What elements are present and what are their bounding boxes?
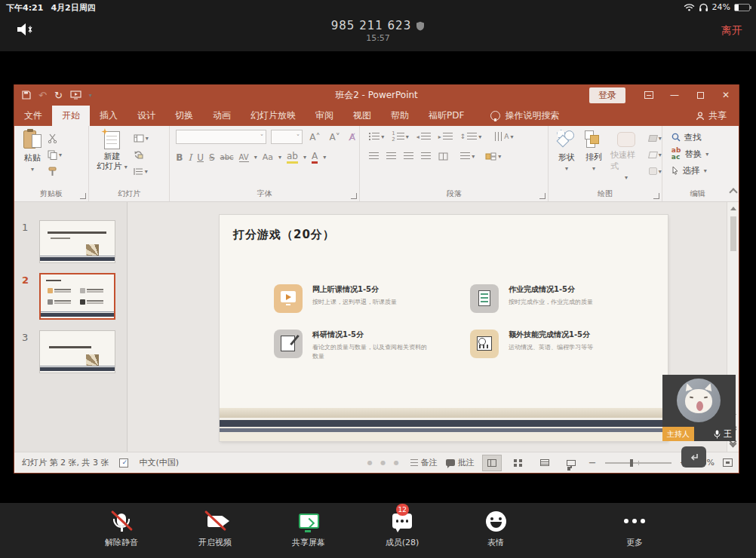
slide-item-4[interactable]: 额外技能完成情况1-5分 运动情况、英语、编程学习等等 — [470, 330, 659, 358]
underline-button[interactable]: U — [197, 152, 204, 163]
find-button[interactable]: 查找 — [671, 130, 733, 145]
shape-fill-button[interactable]: ▾ — [649, 131, 662, 145]
slide-editing-area[interactable]: 打分游戏（20分） 网上听课情况1-5分 按时上课，迟到早退，听课质量 作业完成… — [128, 202, 728, 452]
character-spacing-button[interactable]: AV — [239, 153, 249, 162]
undo-icon[interactable]: ↶ — [38, 90, 47, 101]
ribbon-display-options-button[interactable] — [636, 84, 662, 106]
quick-styles-button[interactable]: 快速样式▾ — [610, 130, 642, 181]
slide-item-3[interactable]: 科研情况1-5分 看论文的质量与数量，以及查阅相关资料的数量 — [274, 330, 463, 361]
zoom-slider-thumb[interactable] — [630, 459, 633, 467]
text-direction-button[interactable]: A▾ — [495, 130, 513, 143]
participant-video-tile[interactable]: 主持人 王 — [662, 375, 736, 441]
start-slideshow-icon[interactable] — [70, 90, 81, 100]
notes-button[interactable]: 备注 — [410, 457, 438, 468]
scrollbar-thumb[interactable] — [730, 216, 736, 251]
align-left-button[interactable] — [369, 149, 379, 163]
highlight-button[interactable]: ab — [287, 151, 298, 164]
qat-dropdown-icon[interactable]: ▾ — [89, 92, 92, 99]
font-color-button[interactable]: A — [312, 151, 318, 164]
maximize-button[interactable] — [687, 84, 713, 106]
bold-button[interactable]: B — [176, 152, 183, 163]
tab-home[interactable]: 开始 — [52, 106, 90, 126]
close-button[interactable]: ✕ — [713, 84, 739, 106]
strikethrough-button[interactable]: S — [209, 152, 215, 163]
reset-button[interactable] — [134, 148, 149, 161]
line-spacing-button[interactable]: ↕▾ — [460, 130, 482, 143]
arrange-button[interactable]: 排列▾ — [584, 130, 604, 181]
language-label[interactable]: 中文(中国) — [139, 457, 179, 468]
font-dialog-launcher[interactable] — [351, 193, 357, 199]
align-text-button[interactable]: ▾ — [460, 149, 475, 163]
slide-item-1[interactable]: 网上听课情况1-5分 按时上课，迟到早退，听课质量 — [274, 284, 463, 313]
tab-insert[interactable]: 插入 — [90, 106, 128, 126]
share-screen-button[interactable]: 共享屏幕 — [281, 510, 336, 548]
tab-animations[interactable]: 动画 — [203, 106, 241, 126]
section-button[interactable]: ▾ — [134, 164, 149, 178]
italic-button[interactable]: I — [188, 152, 192, 163]
columns-button[interactable] — [438, 149, 448, 163]
decrease-indent-button[interactable]: ◂ — [416, 130, 431, 143]
align-right-button[interactable] — [404, 149, 413, 163]
zoom-slider[interactable] — [605, 462, 671, 464]
replace-button[interactable]: abac 替换▾ — [671, 146, 733, 161]
copy-button[interactable]: ▾ — [48, 148, 62, 161]
scroll-up-icon[interactable] — [730, 207, 736, 210]
tab-slideshow[interactable]: 幻灯片放映 — [241, 106, 306, 126]
spellcheck-icon[interactable] — [119, 458, 128, 468]
shape-effects-button[interactable]: ▾ — [649, 164, 662, 178]
clipboard-dialog-launcher[interactable] — [80, 193, 86, 199]
tab-design[interactable]: 设计 — [128, 106, 165, 126]
more-button[interactable]: 更多 — [607, 510, 662, 548]
font-name-combobox[interactable]: ˅ — [176, 130, 266, 144]
redo-icon[interactable]: ↻ — [54, 90, 63, 101]
meeting-info[interactable]: 985 211 623 15:57 — [0, 18, 756, 43]
fit-slide-to-window-button[interactable] — [723, 458, 733, 467]
ppt-titlebar[interactable]: ↶ ↻ ▾ 班会2 - PowerPoint 登录 — ✕ — [14, 84, 739, 106]
emoji-button[interactable]: 表情 — [469, 510, 523, 548]
change-case-button[interactable]: Aa — [263, 152, 273, 162]
grow-font-button[interactable]: A˄ — [307, 132, 322, 143]
align-center-button[interactable] — [386, 149, 396, 163]
members-button[interactable]: 12 成员(28) — [375, 510, 429, 548]
drawing-dialog-launcher[interactable] — [653, 193, 659, 199]
tab-transitions[interactable]: 切换 — [165, 106, 203, 126]
hide-video-tile-button[interactable] — [681, 446, 706, 468]
start-video-button[interactable]: 开启视频 — [188, 510, 242, 548]
layout-button[interactable]: ▾ — [134, 131, 149, 145]
numbering-button[interactable]: 12▾ — [392, 130, 408, 143]
tab-help[interactable]: 帮助 — [381, 106, 419, 126]
comments-button[interactable]: 批注 — [446, 457, 475, 468]
justify-button[interactable] — [421, 149, 431, 163]
paste-button[interactable]: 粘贴▾ — [23, 130, 41, 178]
slide-sorter-view-button[interactable] — [509, 455, 527, 471]
signin-button[interactable]: 登录 — [589, 87, 625, 103]
slide-title[interactable]: 打分游戏（20分） — [233, 228, 335, 242]
minimize-button[interactable]: — — [662, 84, 687, 106]
cut-button[interactable] — [48, 131, 62, 145]
text-shadow-button[interactable]: abc — [220, 153, 234, 161]
tab-foxit-pdf[interactable]: 福昕PDF — [419, 106, 474, 126]
slide-thumbnail-panel[interactable]: 1 2 3 — [14, 202, 128, 452]
new-slide-button[interactable]: 新建幻灯片 ▾ — [97, 130, 128, 178]
format-painter-button[interactable] — [48, 164, 62, 178]
slide-thumbnail-2[interactable] — [39, 273, 115, 320]
shapes-button[interactable]: 形状▾ — [556, 130, 577, 181]
leave-button[interactable]: 离开 — [721, 24, 742, 38]
tab-review[interactable]: 审阅 — [306, 106, 343, 126]
slideshow-view-button[interactable] — [562, 455, 580, 471]
slide-item-2[interactable]: 作业完成情况1-5分 按时完成作业，作业完成的质量 — [470, 284, 659, 313]
unmute-button[interactable]: 解除静音 — [94, 510, 149, 548]
current-slide[interactable]: 打分游戏（20分） 网上听课情况1-5分 按时上课，迟到早退，听课质量 作业完成… — [220, 215, 668, 441]
tell-me-search[interactable]: 操作说明搜索 — [480, 106, 570, 126]
increase-indent-button[interactable]: ▸ — [438, 130, 453, 143]
normal-view-button[interactable] — [483, 455, 501, 471]
clear-formatting-button[interactable]: A̸ — [347, 132, 358, 143]
select-button[interactable]: 选择▾ — [671, 163, 733, 178]
bullets-button[interactable]: ▾ — [369, 130, 384, 143]
zoom-out-button[interactable]: − — [589, 457, 597, 468]
smartart-button[interactable]: ▾ — [485, 149, 501, 163]
paragraph-dialog-launcher[interactable] — [539, 193, 545, 199]
share-button[interactable]: 共享 — [684, 106, 739, 126]
tab-file[interactable]: 文件 — [14, 106, 52, 126]
slide-thumbnail-3[interactable] — [39, 330, 115, 373]
